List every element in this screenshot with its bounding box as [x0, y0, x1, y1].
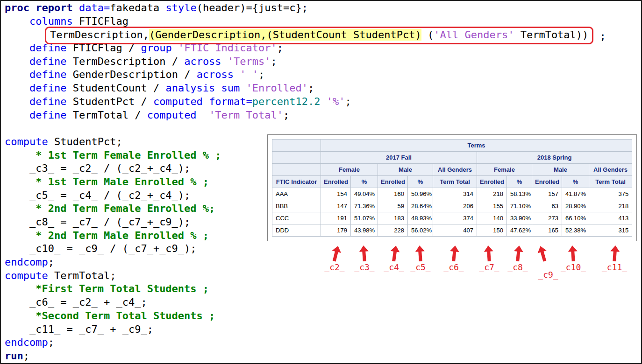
value-cell: 147 — [321, 200, 351, 212]
gender-group-header: Female — [321, 164, 378, 176]
value-cell: 43.98% — [351, 224, 378, 237]
code-token — [234, 69, 240, 80]
code-token: data= — [79, 2, 110, 14]
code-comment: *Second Term Total Students ; — [5, 310, 215, 322]
code-token — [5, 42, 29, 54]
code-comment: * 2nd Term Female Enrolled %; — [5, 203, 215, 214]
code-token: ; — [593, 30, 606, 42]
value-cell: 51.07% — [351, 212, 378, 224]
code-token: (header)={just=c}; — [197, 2, 308, 14]
code-token: TermTotal / — [66, 109, 147, 121]
sas-code-and-output-screenshot: proc report data=fakedata style(header)=… — [0, 0, 642, 364]
column-header: Term Total — [589, 176, 632, 188]
code-line: endcomp; — [5, 336, 606, 350]
code-token — [321, 96, 327, 107]
term-group-header: 2018 Spring — [477, 152, 632, 164]
code-token: ( — [421, 29, 434, 41]
code-token — [221, 56, 228, 67]
value-cell: 28.90% — [562, 200, 589, 212]
code-token: proc report — [5, 2, 73, 14]
column-header: Enrolled — [321, 176, 351, 188]
code-line: TermDescription,(GenderDescription,(Stud… — [5, 28, 606, 42]
row-category-cell: BBB — [272, 200, 321, 212]
code-token: FTICFlag — [73, 15, 128, 27]
code-token: define — [29, 109, 66, 121]
code-token — [5, 15, 29, 27]
gender-group-header: All Genders — [589, 164, 632, 176]
report-output-panel: Terms 2017 Fall 2018 Spring Female Male … — [267, 134, 637, 241]
code-token — [5, 69, 29, 80]
code-token: define — [29, 96, 66, 107]
code-token — [5, 56, 29, 67]
column-header: Enrolled — [477, 176, 507, 188]
code-token: format= — [209, 96, 252, 107]
code-token: ; — [48, 336, 54, 348]
code-token: StudentCount / — [66, 82, 165, 94]
value-cell: 179 — [321, 224, 351, 237]
code-token: percent12.2 — [252, 96, 321, 107]
code-comment: *First Term Total Students ; — [5, 283, 209, 294]
code-token: across — [184, 56, 221, 67]
code-token: 'Enrolled' — [246, 82, 308, 94]
value-cell: 59 — [378, 200, 408, 212]
code-token: define — [29, 56, 66, 67]
column-header: Term Total — [433, 176, 477, 188]
header-row-columns: FTIC Indicator Enrolled % Enrolled % Ter… — [272, 176, 632, 188]
code-token: style — [165, 2, 196, 14]
code-comment: * 2nd Term Male Enrolled % ; — [5, 230, 209, 241]
code-token: _c11_ = _c7_ + _c9_; — [5, 323, 153, 335]
code-token: ; — [48, 256, 54, 268]
code-line: _c11_ = _c7_ + _c9_; — [5, 323, 606, 336]
value-cell: 273 — [532, 212, 562, 224]
value-cell: 41.87% — [562, 188, 589, 200]
empty-header-cell — [272, 152, 321, 164]
value-cell: 48.93% — [408, 212, 433, 224]
value-cell: 315 — [589, 224, 632, 237]
code-token: ; — [23, 350, 29, 362]
code-token: TermDescription / — [66, 56, 184, 67]
code-token: '%' — [327, 96, 345, 107]
term-group-header: 2017 Fall — [321, 152, 477, 164]
code-line: endcomp; — [5, 256, 606, 269]
code-line: define StudentCount / analysis sum 'Enro… — [5, 82, 606, 95]
column-header: % — [408, 176, 433, 188]
code-token: compute — [5, 136, 48, 147]
code-token: ; — [308, 82, 314, 94]
code-token — [240, 82, 246, 94]
code-token: sum — [221, 82, 240, 94]
code-token: 'All Genders' — [434, 29, 514, 41]
code-token: ; — [271, 56, 277, 67]
code-token: across — [197, 69, 234, 80]
code-token: ; — [345, 96, 351, 107]
code-token: endcomp — [5, 256, 48, 268]
gender-group-header: Male — [378, 164, 433, 176]
report-table: Terms 2017 Fall 2018 Spring Female Male … — [272, 139, 632, 237]
code-token: fakedata — [110, 2, 165, 14]
value-cell: 374 — [433, 212, 477, 224]
column-header: Enrolled — [532, 176, 562, 188]
code-token — [203, 96, 209, 107]
gender-group-header: All Genders — [433, 164, 477, 176]
value-cell: 160 — [378, 188, 408, 200]
code-token — [73, 2, 79, 14]
code-line: define StudentPct / computed format=perc… — [5, 95, 606, 109]
code-token: StudentPct / — [66, 96, 153, 107]
gender-group-header: Male — [532, 164, 589, 176]
code-line: compute TermTotal; — [5, 269, 606, 283]
value-cell: 140 — [477, 212, 507, 224]
code-token: computed — [153, 96, 203, 107]
code-token: _c8_ = _c7_ / (_c7_+_c9_); — [5, 216, 190, 228]
code-line: proc report data=fakedata style(header)=… — [5, 1, 606, 15]
value-cell: 218 — [589, 200, 632, 212]
code-token: _c3_ = _c2_ / (_c2_+_c4_); — [5, 162, 190, 174]
code-token: endcomp — [5, 336, 48, 348]
report-table-body: AAA15449.04%16050.96%31421858.13%15741.8… — [272, 188, 632, 237]
value-cell: 314 — [433, 188, 477, 200]
table-row: DDD17943.98%22856.02%40715047.62%16552.3… — [272, 224, 632, 237]
code-token: _c5_ = _c4_ / (_c2_+_c4_); — [5, 189, 190, 201]
value-cell: 150 — [477, 224, 507, 237]
code-line: define GenderDescription / across ' '; — [5, 68, 606, 82]
code-token: analysis — [165, 82, 215, 94]
code-line: columns FTICFlag — [5, 15, 606, 28]
column-header: % — [507, 176, 532, 188]
